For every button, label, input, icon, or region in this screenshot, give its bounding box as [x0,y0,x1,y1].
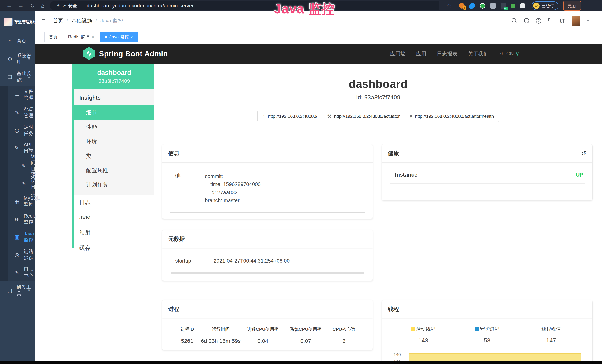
github-icon[interactable] [524,18,529,23]
process-col-pid: 进程ID 5261 [174,326,200,344]
col-value: 0.07 [284,338,327,344]
extension-puzzle-icon[interactable] [520,3,525,8]
sidebar-item-error-logs[interactable]: ✎ 错误日志 [0,175,35,193]
tab-redis-monitor[interactable]: Redis 监控 × [64,32,98,42]
font-size-icon[interactable]: tT [560,18,565,24]
sidebar-item-dev-tools[interactable]: ▢ 研发工具 ∨ [0,281,35,299]
metadata-value: 2021-04-27T00:44:31.254+08:00 [214,258,290,264]
sidebar-item-file-management[interactable]: ☁ 文件管理 [0,86,35,104]
extension-leaf-icon[interactable] [511,3,516,8]
side-item-logs[interactable]: 日志 [74,195,154,210]
side-item-metrics[interactable]: 性能 [74,120,154,134]
side-item-caches[interactable]: 缓存 [74,240,154,256]
browser-forward-icon[interactable]: → [18,3,24,9]
side-item-environment[interactable]: 环境 [74,134,154,149]
browser-update-button[interactable]: 更新 [563,1,581,11]
side-item-classes[interactable]: 类 [74,149,154,163]
extension-pin-icon[interactable] [469,3,475,9]
close-icon[interactable]: × [92,35,94,39]
side-accent-bar [72,64,74,248]
extension-grid-icon[interactable] [490,3,496,9]
sidebar-item-home[interactable]: ⌂ 首页 [0,32,35,50]
git-time-line: time: 1596289704000 [210,180,365,188]
threads-card-body: 活动线程 143 守护进程 53 线程峰值 [382,318,592,364]
user-avatar[interactable] [572,16,580,26]
browser-back-icon[interactable]: ← [6,3,12,9]
col-value: 6d 23h 15m 59s [200,338,241,344]
page-instance-id: Id: 93a3fc7f7409 [154,94,602,101]
chevron-down-icon: ∨ [28,57,30,61]
tab-home[interactable]: 首页 [44,32,62,42]
legend-daemon-threads: 守护进程 53 [455,326,519,344]
side-item-config-props[interactable]: 配置属性 [74,163,154,178]
sidebar-collapse-icon[interactable]: ≡ [42,17,45,25]
app-title: 芋道管理系统 [14,20,37,24]
help-icon[interactable]: ? [536,18,541,23]
annotation-java-monitor: Java 监控 [274,0,335,18]
instance-header[interactable]: dashboard 93a3fc7f7409 [74,64,154,89]
service-url-button[interactable]: ⌂ http://192.168.0.2:48080/ [257,110,322,122]
git-id-line: id: 27aa832 [210,188,365,196]
sba-nav-applications[interactable]: 应用 [416,50,426,57]
extension-colorpicker-icon[interactable]: 1 [459,3,465,9]
breadcrumb-home[interactable]: 首页 [53,17,63,24]
sidebar-item-api-logs[interactable]: ✎ API 日志 ∧ [0,139,35,157]
sba-brand-title[interactable]: Spring Boot Admin [99,50,168,58]
sidebar-item-system-management[interactable]: ⚙ 系统管理 ∨ [0,50,35,68]
side-item-jvm[interactable]: JVM [74,210,154,225]
health-card-title: 健康 [388,150,399,157]
close-icon[interactable]: × [131,35,133,39]
tab-java-monitor[interactable]: Java 监控 × [100,32,138,42]
sidebar-item-infrastructure[interactable]: ▤ 基础设施 ∧ [0,68,35,86]
extension-badge: 1 [463,6,466,10]
sidebar-item-tracing[interactable]: ◎ 链路追踪 [0,246,35,264]
legend-label: 线程峰值 [541,326,561,332]
language-selector[interactable]: zh-CN ∨ [499,51,519,57]
bookmark-star-icon[interactable]: ☆ [446,2,452,9]
history-icon[interactable]: ↺ [581,150,587,157]
avatar-caret-icon[interactable]: ▾ [587,18,589,23]
sidebar-item-mysql-monitor[interactable]: ▦ MySQL 监控 [0,193,35,210]
health-url-button[interactable]: ♥ http://192.168.0.2:48080/actuator/heal… [405,110,499,122]
browser-home-icon[interactable]: ⌂ [41,3,44,9]
profile-paused-badge[interactable]: ☺ 已暂停 [532,1,559,10]
threads-card: 线程 活动线程 143 守护进程 [382,300,592,364]
info-card-body: git commit: time: 1596289704000 id: 27aa… [162,163,373,213]
monitor-icon: ▤ [7,74,13,80]
sidebar-item-label: 链路追踪 [24,248,35,261]
extension-y-icon[interactable] [480,3,485,9]
health-card-body: Instance UP [382,163,592,183]
side-item-details[interactable]: 细节 [74,105,154,120]
health-url-label: http://192.168.0.2:48080/actuator/health [415,114,494,119]
actuator-url-button[interactable]: ⚒ http://192.168.0.2:48080/actuator [322,110,405,122]
legend-value: 143 [391,337,455,344]
sidebar-item-redis-monitor[interactable]: ≋ Redis 监控 [0,210,35,228]
app-logo-row: 芋道管理系统 [0,11,35,32]
sidebar-item-log-center[interactable]: ✎ 日志中心 [0,264,35,281]
sba-nav-about[interactable]: 关于我们 [468,50,489,57]
extension-tabs-icon[interactable]: on [501,3,506,9]
info-value: commit: time: 1596289704000 id: 27aa832 … [205,172,365,204]
sidebar-item-label: 基础设施 [17,70,35,83]
sidebar-item-label: MySQL 监控 [24,195,40,207]
target-icon: ◎ [14,252,20,258]
breadcrumb-infrastructure[interactable]: 基础设施 [71,17,92,24]
side-item-mappings[interactable]: 映射 [74,225,154,240]
page-url: dashboard.yudao.iocoder.cn/infra/admin-s… [86,3,194,9]
browser-menu-icon[interactable]: ⋮ [584,3,589,9]
sba-nav-wallboard[interactable]: 应用墙 [390,50,406,57]
sidebar-item-scheduled-tasks[interactable]: ◷ 定时任务 [0,121,35,139]
metadata-scrollbar[interactable] [171,272,364,274]
browser-reload-icon[interactable]: ↻ [30,3,35,9]
fullscreen-icon[interactable] [548,18,553,23]
search-icon[interactable] [512,18,517,23]
insights-group-label: Insights [74,89,154,105]
sidebar-item-config-management[interactable]: ✎ 配置管理 [0,104,35,121]
sidebar-item-label: 文件管理 [24,88,35,101]
sidebar-item-access-logs[interactable]: ✎ 访问日志 [0,157,35,175]
process-col-process-cpu: 进程CPU使用率 0.04 [241,326,284,344]
sidebar-item-java-monitor[interactable]: ▣ Java 监控 [0,228,35,246]
address-bar[interactable]: ⚠ 不安全 | dashboard.yudao.iocoder.cn/infra… [50,1,439,11]
sba-nav-journal[interactable]: 日志报表 [437,50,458,57]
side-item-scheduled-tasks[interactable]: 计划任务 [74,178,154,192]
